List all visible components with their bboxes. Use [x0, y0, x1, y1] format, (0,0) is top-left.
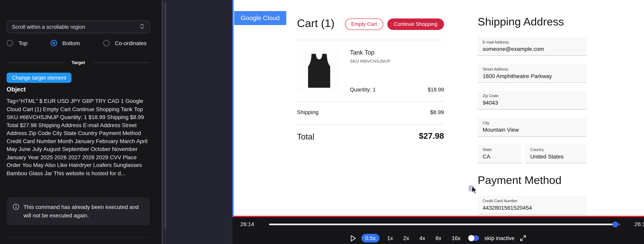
email-field[interactable]: E-mail Address someone@example.com — [478, 37, 586, 56]
replay-app: Scroll within a scrollable region Top Bo… — [0, 0, 644, 244]
street-address-label: Street Address — [482, 67, 582, 71]
skip-inactive-toggle-knob[interactable] — [468, 235, 474, 241]
radio-option-top[interactable]: Top — [6, 40, 28, 46]
timeline-fill — [269, 224, 615, 225]
timeline-slider[interactable] — [269, 224, 620, 225]
google-cloud-badge: Google Cloud — [234, 11, 286, 25]
street-address-field[interactable]: Street Address 1600 Amphitheatre Parkway — [478, 64, 586, 83]
state-label: State — [482, 147, 517, 152]
command-executed-message: This command has already been executed a… — [24, 203, 144, 220]
viewport-left-border — [232, 0, 234, 217]
city-field[interactable]: City Mountain View — [478, 118, 586, 137]
replayed-webpage: Google Cloud Cart (1) Empty Cart Continu… — [232, 0, 644, 216]
speed-4x-button[interactable]: 4x — [417, 234, 428, 243]
radio-top-label: Top — [18, 40, 28, 46]
city-label: City — [482, 121, 582, 125]
cart-item-quantity: Quantity: 1 — [350, 86, 376, 93]
radio-coordinates-label: Co-ordinates — [115, 40, 146, 46]
chevron-updown-icon — [140, 23, 144, 30]
state-value: CA — [482, 154, 517, 160]
zip-code-label: Zip Code — [482, 94, 582, 98]
tank-top-image — [297, 49, 341, 92]
replay-viewport: Google Cloud Cart (1) Empty Cart Continu… — [232, 0, 644, 244]
radio-top-control[interactable] — [6, 40, 13, 46]
mouse-cursor-icon — [468, 185, 478, 197]
sidebar-divider — [6, 237, 150, 238]
scrollbar-thumb[interactable] — [164, 2, 166, 229]
country-label: Country — [530, 147, 582, 152]
zip-code-field[interactable]: Zip Code 94043 — [478, 91, 586, 110]
object-heading: Object — [6, 86, 26, 93]
continue-shopping-button[interactable]: Continue Shopping — [387, 18, 444, 30]
radio-bottom-label: Bottom — [62, 40, 80, 46]
change-target-button[interactable]: Change target element — [6, 72, 72, 83]
info-icon — [13, 203, 19, 220]
end-time: 26:1 — [634, 221, 644, 227]
fullscreen-icon[interactable] — [520, 235, 526, 241]
speed-8x-button[interactable]: 8x — [433, 234, 444, 243]
email-field-label: E-mail Address — [482, 40, 582, 44]
state-field[interactable]: State CA — [478, 144, 522, 163]
command-type-select[interactable]: Scroll within a scrollable region — [6, 20, 150, 33]
play-button[interactable] — [350, 235, 356, 242]
city-value: Mountain View — [482, 127, 582, 133]
payment-method-heading: Payment Method — [478, 174, 562, 187]
cart-item-sku: SKU #66VCHSJNUP — [350, 59, 390, 64]
skip-inactive-label: skip inactive — [484, 235, 514, 241]
street-address-value: 1600 Amphitheatre Parkway — [482, 73, 582, 79]
credit-card-number-field[interactable]: Credit Card Number 4432801561520454 — [478, 196, 586, 215]
shipping-address-heading: Shipping Address — [478, 15, 564, 28]
player-controls: 0.5x 1x 2x 4x 8x 16x skip inactive — [232, 234, 644, 243]
credit-card-number-label: Credit Card Number — [482, 199, 582, 203]
command-sidebar: Scroll within a scrollable region Top Bo… — [0, 0, 162, 244]
radio-option-bottom[interactable]: Bottom — [50, 40, 80, 46]
cart-title: Cart (1) — [297, 17, 335, 30]
total-row-value: $27.98 — [419, 131, 444, 141]
object-content-text: Tag="HTML" $ EUR USD JPY GBP TRY CAD 1 G… — [6, 97, 152, 177]
cart-item-price: $18.99 — [428, 86, 444, 93]
scroll-position-radio-group: Top Bottom Co-ordinates — [6, 40, 146, 46]
radio-option-coordinates[interactable]: Co-ordinates — [103, 40, 146, 46]
command-executed-notice: This command has already been executed a… — [6, 197, 150, 225]
viewport-bottom-border — [233, 216, 644, 217]
speed-2x-button[interactable]: 2x — [401, 234, 412, 243]
cart-buttons: Empty Cart Continue Shopping — [345, 18, 444, 30]
cart-item-name: Tank Top — [350, 49, 374, 56]
radio-bottom-control[interactable] — [50, 40, 57, 46]
player-gutter — [162, 0, 232, 244]
divider — [297, 124, 444, 125]
total-row-label: Total — [297, 132, 314, 142]
skip-inactive-toggle[interactable] — [468, 236, 479, 241]
zip-code-value: 94043 — [482, 100, 582, 106]
empty-cart-button[interactable]: Empty Cart — [345, 18, 383, 30]
current-time: 26:14 — [240, 221, 254, 227]
replay-player-bar: 26:14 26:1 0.5x 1x 2x 4x 8x 16x — [232, 217, 644, 244]
speed-16x-button[interactable]: 16x — [449, 234, 463, 243]
timeline-knob[interactable] — [612, 222, 618, 227]
cart-section: Cart (1) Empty Cart Continue Shopping Ta… — [297, 0, 444, 216]
target-section-divider: Target — [6, 60, 150, 65]
speed-0-5x-button[interactable]: 0.5x — [362, 234, 380, 243]
checkout-form: Shipping Address E-mail Address someone@… — [478, 0, 586, 216]
divider — [297, 101, 444, 102]
email-field-value: someone@example.com — [482, 46, 582, 52]
target-section-label: Target — [72, 60, 85, 65]
country-value: United States — [530, 154, 582, 160]
divider — [297, 40, 444, 40]
credit-card-number-value: 4432801561520454 — [482, 205, 582, 211]
country-field[interactable]: Country United States — [525, 144, 586, 163]
command-type-select-value: Scroll within a scrollable region — [12, 24, 85, 30]
radio-coordinates-control[interactable] — [103, 40, 110, 46]
speed-1x-button[interactable]: 1x — [385, 234, 396, 243]
shipping-row-label: Shipping — [297, 109, 318, 115]
shipping-row-value: $8.99 — [430, 109, 444, 115]
